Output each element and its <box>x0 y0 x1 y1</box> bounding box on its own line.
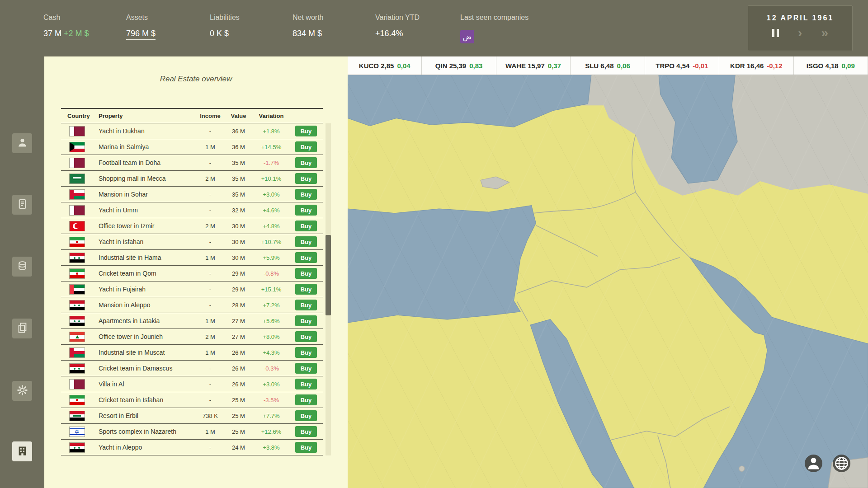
country-flag <box>70 443 85 452</box>
buy-button[interactable]: Buy <box>295 268 317 279</box>
buy-button[interactable]: Buy <box>295 331 317 342</box>
liabilities-stat: Liabilities 0 K $ <box>210 14 240 38</box>
variation-ytd-value: +16.4% <box>375 29 420 38</box>
country-flag <box>70 174 85 183</box>
liabilities-label: Liabilities <box>210 14 240 22</box>
buy-button[interactable]: Buy <box>295 426 317 437</box>
population-view-button[interactable] <box>805 455 822 472</box>
small-island <box>739 466 745 471</box>
buy-button[interactable]: Buy <box>295 300 317 310</box>
property-name: Mansion in Sohar <box>93 191 197 198</box>
income-cell: - <box>197 128 224 135</box>
buy-button[interactable]: Buy <box>295 126 317 136</box>
column-header-property: Property <box>93 113 197 119</box>
property-name: Apartments in Latakia <box>93 317 197 324</box>
ticker-item[interactable]: KUCO 2,85 0,04 <box>348 56 422 75</box>
property-name: Cricket team in Qom <box>93 270 197 277</box>
property-table-body: Yacht in Dukhan - 36 M +1.8% Buy Marina … <box>61 123 323 455</box>
ticker-item[interactable]: QIN 25,39 0,83 <box>422 56 496 75</box>
buy-button[interactable]: Buy <box>295 284 317 295</box>
buy-button[interactable]: Buy <box>295 189 317 200</box>
ticker-item[interactable]: TRPO 4,54 -0,01 <box>645 56 719 75</box>
property-name: Office tower in Jounieh <box>93 333 197 340</box>
liabilities-value: 0 K $ <box>210 29 240 38</box>
game-date: 12 APRIL 1961 <box>748 14 852 22</box>
gear-icon <box>16 384 28 398</box>
property-name: Yacht in Fujairah <box>93 286 197 293</box>
table-header: Country Property Income Value Variation <box>61 108 323 123</box>
sidebar-item-contracts[interactable] <box>12 195 32 215</box>
ticker-item[interactable]: KDR 16,46 -0,12 <box>719 56 793 75</box>
value-cell: 30 M <box>224 223 253 230</box>
ticker-change: 0,37 <box>548 62 561 70</box>
buy-button[interactable]: Buy <box>295 205 317 216</box>
globe-view-button[interactable] <box>833 455 850 472</box>
assets-value[interactable]: 796 M $ <box>126 29 156 40</box>
buy-button[interactable]: Buy <box>295 157 317 168</box>
buy-button[interactable]: Buy <box>295 363 317 374</box>
sidebar-item-profile[interactable] <box>12 133 32 153</box>
country-flag <box>70 427 85 436</box>
buy-button[interactable]: Buy <box>295 236 317 247</box>
middle-east-map-svg <box>348 75 868 488</box>
ticker-item[interactable]: WAHE 15,97 0,37 <box>496 56 571 75</box>
play-button[interactable]: › <box>798 28 802 38</box>
property-name: Yacht in Isfahan <box>93 238 197 245</box>
table-row: Apartments in Latakia 1 M 27 M +5.6% Buy <box>61 313 323 329</box>
building-icon <box>16 445 28 459</box>
buy-button[interactable]: Buy <box>295 221 317 231</box>
property-name: Industrial site in Muscat <box>93 349 197 356</box>
buy-button[interactable]: Buy <box>295 141 317 152</box>
variation-cell: +1.8% <box>253 128 289 135</box>
property-name: Cricket team in Damascus <box>93 365 197 372</box>
sidebar-item-settings[interactable] <box>12 381 32 401</box>
income-cell: - <box>197 191 224 198</box>
table-row: Football team in Doha - 35 M -1.7% Buy <box>61 155 323 171</box>
cash-delta: +2 M $ <box>64 29 89 38</box>
pause-button[interactable] <box>772 29 779 37</box>
property-name: Shopping mall in Mecca <box>93 175 197 182</box>
table-scrollbar[interactable] <box>326 123 331 455</box>
fast-forward-button[interactable]: » <box>821 28 828 38</box>
table-row: Industrial site in Hama 1 M 30 M +5.9% B… <box>61 250 323 266</box>
value-cell: 36 M <box>224 128 253 135</box>
cash-label: Cash <box>43 14 89 22</box>
buy-button[interactable]: Buy <box>295 394 317 405</box>
last-seen-company-button[interactable]: ض <box>460 30 474 43</box>
sidebar-item-finance[interactable] <box>12 257 32 277</box>
value-cell: 28 M <box>224 302 253 309</box>
variation-cell: +5.9% <box>253 254 289 261</box>
country-flag <box>70 316 85 326</box>
ticker-item[interactable]: ISGO 4,18 0,09 <box>794 56 868 75</box>
property-name: Football team in Doha <box>93 159 197 166</box>
document-icon <box>16 198 28 212</box>
ticker-item[interactable]: SLU 6,48 0,06 <box>571 56 645 75</box>
person-icon <box>805 455 822 472</box>
sidebar-item-real-estate[interactable] <box>12 441 32 461</box>
buy-button[interactable]: Buy <box>295 410 317 421</box>
income-cell: 2 M <box>197 175 224 182</box>
buy-button[interactable]: Buy <box>295 379 317 389</box>
income-cell: 738 K <box>197 413 224 419</box>
ticker-symbol-price: TRPO 4,54 <box>656 62 689 70</box>
scrollbar-thumb[interactable] <box>326 235 331 315</box>
property-name: Yacht in Umm <box>93 206 197 214</box>
sidebar-item-news[interactable] <box>12 319 32 338</box>
world-map[interactable] <box>348 75 868 488</box>
income-cell: 1 M <box>197 318 224 324</box>
property-name: Villa in Al <box>93 380 197 388</box>
sidebar <box>0 56 44 488</box>
ticker-symbol-price: KDR 16,46 <box>730 62 764 70</box>
value-cell: 24 M <box>224 444 253 451</box>
buy-button[interactable]: Buy <box>295 173 317 184</box>
top-bar: Cash 37 M +2 M $ Assets 796 M $ Liabilit… <box>0 0 868 56</box>
income-cell: - <box>197 365 224 372</box>
buy-button[interactable]: Buy <box>295 347 317 358</box>
ticker-symbol-price: KUCO 2,85 <box>359 62 394 70</box>
buy-button[interactable]: Buy <box>295 315 317 326</box>
person-icon <box>16 136 28 150</box>
buy-button[interactable]: Buy <box>295 442 317 453</box>
variation-ytd-label: Variation YTD <box>375 14 420 22</box>
buy-button[interactable]: Buy <box>295 252 317 263</box>
variation-cell: +4.8% <box>253 223 289 230</box>
